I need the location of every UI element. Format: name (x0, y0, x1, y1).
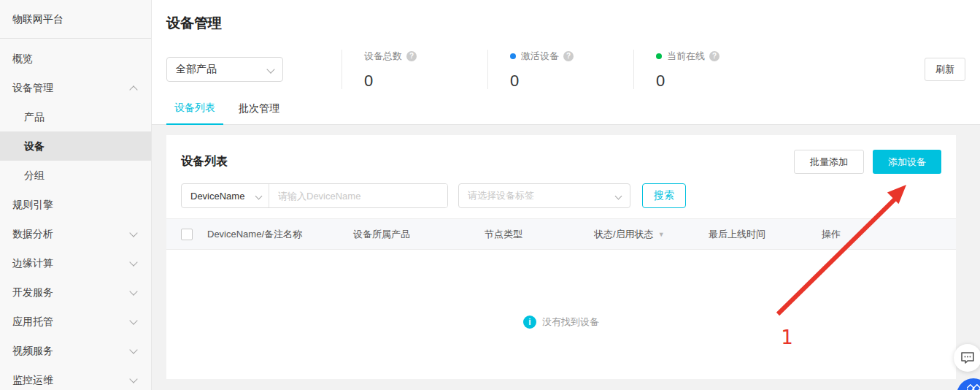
device-search-group: DeviceName (181, 183, 448, 208)
stat-label: 激活设备 (521, 50, 559, 63)
help-icon[interactable]: ? (563, 51, 574, 61)
help-icon[interactable]: ? (406, 51, 417, 61)
product-filter-value: 全部产品 (176, 63, 217, 76)
sort-caret-icon: ▼ (658, 231, 665, 238)
app-title: 物联网平台 (0, 0, 151, 39)
column-node-type: 节点类型 (485, 228, 594, 241)
sidebar-item-device[interactable]: 设备 (0, 131, 151, 161)
annotation-step-number: 1 (781, 326, 792, 348)
device-tag-placeholder: 请选择设备标签 (468, 189, 534, 202)
batch-add-button[interactable]: 批量添加 (794, 150, 864, 174)
help-icon[interactable]: ? (709, 51, 719, 61)
tab-bar: 设备列表 批次管理 (152, 95, 980, 125)
stats-bar: 全部产品 设备总数 ? 0 激活设备 ? (152, 44, 980, 95)
chevron-down-icon (129, 229, 137, 237)
search-button[interactable]: 搜索 (642, 183, 686, 208)
sidebar-item-device-management[interactable]: 设备管理 (0, 73, 151, 102)
column-actions: 操作 (822, 228, 956, 241)
chevron-down-icon (615, 192, 622, 199)
green-dot-icon (656, 53, 662, 59)
page-header: 设备管理 全部产品 设备总数 ? 0 激活设备 (152, 0, 980, 125)
stat-total-devices: 设备总数 ? 0 (342, 50, 487, 89)
device-list-panel: 设备列表 批量添加 添加设备 DeviceName (166, 135, 956, 379)
iot-device-management-page: 物联网平台 概览 设备管理 产品 设备 分组 规则引擎 数据分析 边缘计算 开发… (0, 0, 980, 390)
table-header-row: DeviceName/备注名称 设备所属产品 节点类型 状态/启用状态 ▼ 最后… (166, 218, 956, 250)
product-filter-select[interactable]: 全部产品 (166, 57, 283, 82)
empty-state: i 没有找到设备 (166, 316, 956, 329)
stat-activated-devices: 激活设备 ? 0 (487, 50, 633, 89)
sidebar-item-monitoring-ops[interactable]: 监控运维 (0, 365, 151, 390)
add-device-button[interactable]: 添加设备 (873, 150, 941, 174)
sidebar-item-data-analytics[interactable]: 数据分析 (0, 219, 151, 248)
stat-value: 0 (510, 73, 633, 89)
feedback-chat-button[interactable] (954, 344, 980, 372)
device-tag-select[interactable]: 请选择设备标签 (458, 183, 630, 208)
info-icon: i (523, 316, 536, 329)
stat-label: 设备总数 (364, 50, 402, 63)
sidebar-item-app-hosting[interactable]: 应用托管 (0, 307, 151, 336)
column-status[interactable]: 状态/启用状态 ▼ (594, 228, 709, 241)
stat-value: 0 (656, 73, 779, 89)
search-field-value: DeviceName (190, 191, 244, 202)
chevron-down-icon (129, 316, 137, 324)
sidebar-item-rules-engine[interactable]: 规则引擎 (0, 190, 151, 219)
sidebar-item-edge-computing[interactable]: 边缘计算 (0, 248, 151, 278)
page-title: 设备管理 (152, 0, 980, 44)
sidebar-item-group[interactable]: 分组 (0, 161, 151, 190)
tab-device-list[interactable]: 设备列表 (166, 102, 223, 125)
content-area: 设备列表 批量添加 添加设备 DeviceName (152, 125, 980, 390)
column-device-name: DeviceName/备注名称 (207, 228, 353, 241)
sidebar-nav: 概览 设备管理 产品 设备 分组 规则引擎 数据分析 边缘计算 开发服务 应用托… (0, 39, 151, 390)
chevron-down-icon (129, 287, 137, 295)
assistant-icon (967, 384, 980, 390)
select-all-checkbox[interactable] (181, 229, 193, 240)
blue-dot-icon (510, 53, 516, 59)
stat-online-devices: 当前在线 ? 0 (633, 50, 779, 89)
main-area: 设备管理 全部产品 设备总数 ? 0 激活设备 (152, 0, 980, 390)
chevron-up-icon (129, 85, 137, 93)
column-product: 设备所属产品 (353, 228, 485, 241)
stat-value: 0 (364, 73, 487, 89)
search-toolbar: DeviceName 请选择设备标签 搜索 (166, 183, 956, 208)
sidebar-item-dev-services[interactable]: 开发服务 (0, 278, 151, 307)
column-last-online: 最后上线时间 (709, 228, 822, 241)
tab-batch-management[interactable]: 批次管理 (231, 102, 288, 124)
panel-title: 设备列表 (181, 154, 228, 169)
search-field-select[interactable]: DeviceName (182, 184, 269, 207)
panel-header: 设备列表 批量添加 添加设备 (166, 135, 956, 183)
sidebar-item-overview[interactable]: 概览 (0, 44, 151, 73)
refresh-button[interactable]: 刷新 (925, 58, 965, 81)
chat-bubble-icon (960, 351, 975, 364)
chevron-down-icon (129, 345, 137, 353)
stat-label: 当前在线 (667, 50, 705, 63)
chevron-down-icon (129, 375, 137, 383)
chevron-down-icon (255, 192, 263, 199)
chevron-down-icon (129, 258, 137, 266)
device-name-input[interactable] (269, 184, 447, 207)
sidebar-item-product[interactable]: 产品 (0, 102, 151, 131)
sidebar: 物联网平台 概览 设备管理 产品 设备 分组 规则引擎 数据分析 边缘计算 开发… (0, 0, 152, 390)
sidebar-item-video-services[interactable]: 视频服务 (0, 336, 151, 365)
empty-text: 没有找到设备 (542, 316, 599, 329)
chevron-down-icon (266, 65, 274, 73)
